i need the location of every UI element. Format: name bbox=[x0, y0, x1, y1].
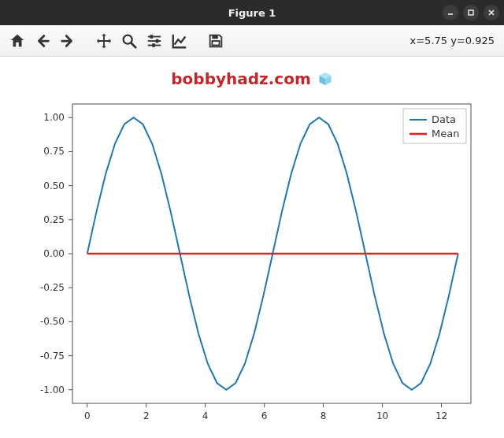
svg-rect-12 bbox=[212, 35, 217, 39]
svg-text:0: 0 bbox=[84, 410, 91, 421]
cursor-coords: x=5.75 y=0.925 bbox=[410, 35, 498, 46]
svg-text:0.50: 0.50 bbox=[43, 180, 65, 191]
svg-text:6: 6 bbox=[261, 410, 268, 421]
svg-rect-13 bbox=[212, 41, 219, 46]
minimize-icon bbox=[447, 9, 454, 17]
pan-button[interactable] bbox=[93, 30, 115, 52]
svg-rect-11 bbox=[152, 43, 155, 47]
svg-text:-1.00: -1.00 bbox=[40, 384, 65, 395]
save-icon bbox=[207, 32, 224, 50]
maximize-button[interactable] bbox=[463, 5, 479, 20]
cube-icon bbox=[317, 71, 333, 87]
move-icon bbox=[95, 32, 113, 50]
svg-text:4: 4 bbox=[202, 410, 209, 421]
chart-area: 024681012-1.00-0.75-0.50-0.250.000.250.5… bbox=[0, 95, 504, 433]
close-button[interactable] bbox=[484, 5, 499, 20]
chart-line-icon bbox=[171, 32, 188, 50]
forward-button[interactable] bbox=[57, 30, 79, 52]
window-title: Figure 1 bbox=[0, 7, 504, 19]
svg-text:12: 12 bbox=[435, 410, 447, 421]
svg-rect-7 bbox=[150, 35, 154, 39]
legend-data-label: Data bbox=[432, 113, 456, 125]
maximize-icon bbox=[467, 9, 475, 17]
minimize-button[interactable] bbox=[443, 5, 458, 20]
svg-text:0.00: 0.00 bbox=[43, 248, 65, 259]
title-bar: Figure 1 bbox=[0, 0, 504, 25]
arrow-right-icon bbox=[59, 32, 76, 50]
svg-rect-9 bbox=[156, 39, 159, 43]
svg-text:-0.75: -0.75 bbox=[40, 351, 65, 362]
toolbar: x=5.75 y=0.925 bbox=[0, 25, 504, 57]
close-icon bbox=[487, 9, 495, 17]
watermark: bobbyhadz.com bbox=[0, 69, 504, 88]
home-button[interactable] bbox=[6, 30, 28, 52]
save-button[interactable] bbox=[205, 30, 227, 52]
back-button[interactable] bbox=[32, 30, 54, 52]
sliders-icon bbox=[146, 32, 163, 50]
window-controls bbox=[443, 5, 499, 20]
configure-button[interactable] bbox=[143, 30, 165, 52]
svg-text:10: 10 bbox=[376, 410, 388, 421]
zoom-button[interactable] bbox=[118, 30, 140, 52]
svg-rect-1 bbox=[469, 10, 473, 15]
edit-axis-button[interactable] bbox=[169, 30, 191, 52]
svg-text:1.00: 1.00 bbox=[43, 112, 65, 123]
svg-text:8: 8 bbox=[321, 410, 327, 421]
home-icon bbox=[9, 32, 26, 50]
svg-line-5 bbox=[132, 43, 136, 47]
watermark-text: bobbyhadz.com bbox=[171, 69, 310, 88]
magnify-icon bbox=[120, 32, 138, 50]
svg-text:2: 2 bbox=[143, 410, 150, 421]
legend-mean-label: Mean bbox=[432, 128, 459, 139]
line-chart[interactable]: 024681012-1.00-0.75-0.50-0.250.000.250.5… bbox=[16, 95, 488, 433]
svg-text:-0.25: -0.25 bbox=[40, 282, 65, 293]
arrow-left-icon bbox=[34, 32, 51, 50]
svg-text:0.25: 0.25 bbox=[43, 214, 65, 225]
svg-text:0.75: 0.75 bbox=[43, 146, 65, 157]
svg-text:-0.50: -0.50 bbox=[40, 316, 65, 327]
